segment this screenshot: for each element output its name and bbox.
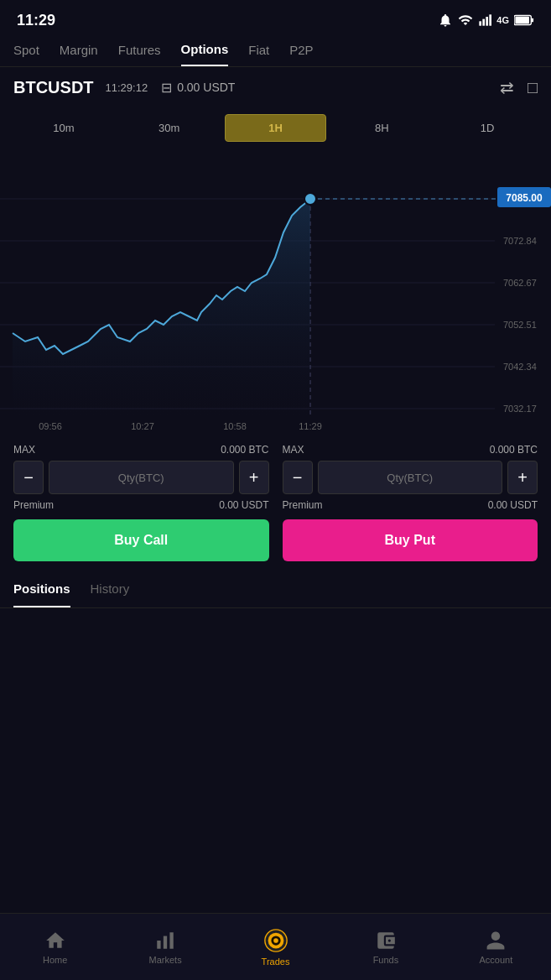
svg-text:10:27: 10:27 <box>131 421 154 431</box>
timeframe-bar: 10m 30m 1H 8H 1D <box>0 107 551 149</box>
pair-balance-amount: 0.00 USDT <box>177 81 235 94</box>
call-plus-btn[interactable]: + <box>239 461 269 494</box>
funds-icon <box>375 930 397 951</box>
tf-30m[interactable]: 30m <box>119 114 220 142</box>
tf-10m[interactable]: 10m <box>13 114 114 142</box>
status-time: 11:29 <box>17 12 55 29</box>
svg-point-15 <box>304 193 316 205</box>
tab-futures[interactable]: Futures <box>118 43 161 65</box>
svg-point-33 <box>273 938 278 943</box>
put-minus-btn[interactable]: − <box>283 461 313 494</box>
call-minus-btn[interactable]: − <box>13 461 44 494</box>
svg-rect-27 <box>157 941 160 949</box>
tab-positions[interactable]: Positions <box>13 581 70 607</box>
nav-tabs: Spot Margin Futures Options Fiat P2P <box>0 37 551 67</box>
tf-8h[interactable]: 8H <box>331 114 432 142</box>
tf-1h[interactable]: 1H <box>225 114 327 142</box>
nav-account[interactable]: Account <box>441 914 551 980</box>
svg-rect-6 <box>531 18 533 23</box>
markets-icon <box>154 930 176 951</box>
svg-text:11:29: 11:29 <box>299 421 322 431</box>
put-premium-value: 0.00 USDT <box>488 499 538 511</box>
call-premium-row: Premium 0.00 USDT <box>13 499 269 511</box>
wifi-icon <box>458 13 473 28</box>
nav-markets[interactable]: Markets <box>110 914 220 980</box>
trades-icon <box>263 928 288 953</box>
network-type: 4G <box>496 15 509 25</box>
nav-trades-label: Trades <box>262 957 290 967</box>
nav-markets-label: Markets <box>149 955 182 965</box>
call-qty-input[interactable] <box>49 461 234 494</box>
nav-home-label: Home <box>43 955 67 965</box>
svg-rect-3 <box>490 14 492 25</box>
battery-icon <box>514 14 534 26</box>
header-actions: ⇄ □ <box>500 77 538 97</box>
info-icon[interactable]: □ <box>528 78 538 97</box>
svg-rect-0 <box>480 21 482 25</box>
balance-card-icon: ⊟ <box>161 80 172 96</box>
put-max-row: MAX 0.000 BTC <box>283 444 538 456</box>
call-premium-value: 0.00 USDT <box>219 499 268 511</box>
alarm-icon <box>438 13 453 28</box>
svg-text:7072.84: 7072.84 <box>503 236 537 246</box>
nav-trades[interactable]: Trades <box>221 914 330 980</box>
signal-icon <box>478 13 491 27</box>
buy-put-button[interactable]: Buy Put <box>283 519 538 561</box>
svg-text:7062.67: 7062.67 <box>503 278 537 288</box>
svg-text:7042.34: 7042.34 <box>503 362 537 372</box>
bottom-nav: Home Markets Trades Funds Account <box>0 913 551 980</box>
nav-funds-label: Funds <box>373 955 399 965</box>
tab-fiat[interactable]: Fiat <box>248 43 269 65</box>
call-side: MAX 0.000 BTC − + Premium 0.00 USDT Buy … <box>13 444 269 561</box>
pair-name[interactable]: BTCUSDT <box>13 78 94 97</box>
swap-icon[interactable]: ⇄ <box>500 77 514 97</box>
status-bar: 11:29 4G <box>0 0 551 37</box>
svg-text:7052.51: 7052.51 <box>503 320 537 330</box>
tab-options[interactable]: Options <box>181 42 229 66</box>
tab-spot[interactable]: Spot <box>13 43 39 65</box>
tab-p2p[interactable]: P2P <box>289 43 313 65</box>
buy-call-button[interactable]: Buy Call <box>13 519 269 561</box>
status-icons: 4G <box>438 13 534 28</box>
svg-text:09:56: 09:56 <box>39 421 62 431</box>
trading-section: MAX 0.000 BTC − + Premium 0.00 USDT Buy … <box>0 434 551 568</box>
call-max-value: 0.000 BTC <box>221 444 268 456</box>
put-side: MAX 0.000 BTC − + Premium 0.00 USDT Buy … <box>283 444 538 561</box>
pair-header: BTCUSDT 11:29:12 ⊟ 0.00 USDT ⇄ □ <box>0 67 551 107</box>
positions-content <box>0 608 551 642</box>
put-qty-row: − + <box>283 461 538 494</box>
put-max-value: 0.000 BTC <box>490 444 538 456</box>
account-icon <box>485 930 507 951</box>
put-qty-input[interactable] <box>318 461 503 494</box>
svg-rect-1 <box>483 19 486 26</box>
put-premium-label: Premium <box>283 499 323 511</box>
svg-rect-28 <box>164 936 167 948</box>
section-tabs: Positions History <box>0 568 551 608</box>
price-chart[interactable]: 7085.00 7072.84 7062.67 7052.51 7042.34 … <box>0 149 551 434</box>
tab-history[interactable]: History <box>91 581 130 607</box>
put-plus-btn[interactable]: + <box>507 461 538 494</box>
svg-text:7032.17: 7032.17 <box>503 404 537 414</box>
svg-text:7085.00: 7085.00 <box>506 192 543 204</box>
nav-funds[interactable]: Funds <box>330 914 440 980</box>
svg-rect-29 <box>170 932 174 949</box>
call-qty-row: − + <box>13 461 269 494</box>
call-premium-label: Premium <box>13 499 54 511</box>
svg-rect-2 <box>486 17 489 26</box>
home-icon <box>44 930 66 951</box>
tf-1d[interactable]: 1D <box>437 114 538 142</box>
tab-margin[interactable]: Margin <box>60 43 98 65</box>
pair-balance: ⊟ 0.00 USDT <box>161 80 235 96</box>
call-max-row: MAX 0.000 BTC <box>13 444 269 456</box>
svg-rect-5 <box>515 17 529 23</box>
svg-text:10:58: 10:58 <box>223 421 247 431</box>
nav-account-label: Account <box>479 955 512 965</box>
nav-home[interactable]: Home <box>0 914 110 980</box>
pair-time: 11:29:12 <box>106 81 148 94</box>
chart-area: 7085.00 7072.84 7062.67 7052.51 7042.34 … <box>0 149 551 434</box>
put-max-label: MAX <box>283 444 304 456</box>
put-premium-row: Premium 0.00 USDT <box>283 499 538 511</box>
call-max-label: MAX <box>13 444 35 456</box>
